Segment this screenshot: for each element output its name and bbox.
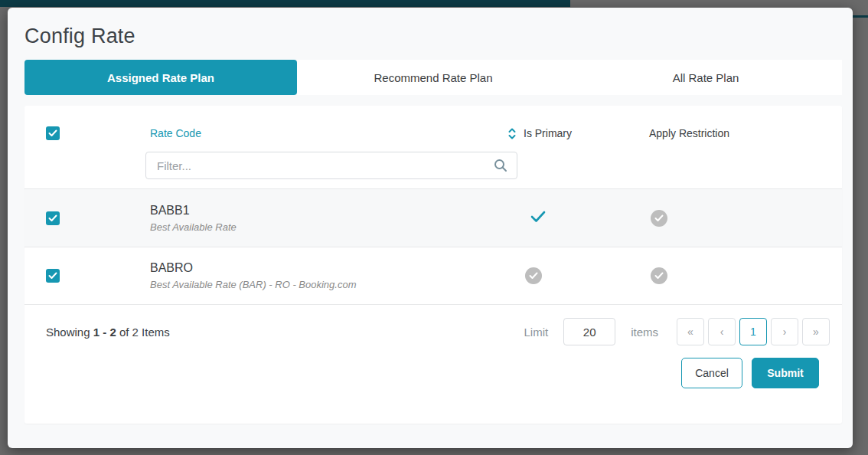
table-row: BABB1 Best Available Rate [24,188,842,247]
tab-all-rate-plan[interactable]: All Rate Plan [569,60,842,95]
limit-label: Limit [524,326,548,339]
row-checkbox[interactable] [46,211,60,225]
search-icon [493,158,508,176]
table-row: BABRO Best Available Rate (BAR) - RO - B… [24,247,842,305]
filter-input[interactable] [145,152,517,179]
column-header-rate-code[interactable]: Rate Code [150,127,201,139]
rate-description: Best Available Rate (BAR) - RO - Booking… [150,279,357,290]
background-page-accent [853,15,868,18]
is-primary-checked-icon[interactable] [530,210,547,224]
cancel-button[interactable]: Cancel [681,358,742,388]
page-title: Config Rate [24,25,853,48]
items-label: items [631,326,658,339]
tab-label: Recommend Rate Plan [374,71,492,84]
check-icon [48,211,57,225]
tab-recommend-rate-plan[interactable]: Recommend Rate Plan [297,60,569,95]
pagination: « ‹ 1 › » [677,318,830,345]
submit-button[interactable]: Submit [752,358,819,388]
select-all-checkbox[interactable] [46,126,60,140]
showing-range: 1 - 2 [93,326,116,339]
rate-description: Best Available Rate [150,221,237,233]
limit-input[interactable] [563,318,615,345]
rate-plan-table: Rate Code Is Primary Apply Restriction [24,106,842,424]
first-page-button[interactable]: « [677,318,704,345]
is-primary-inactive-icon[interactable] [525,267,542,284]
column-header-is-primary: Is Primary [524,127,572,139]
config-rate-modal: Config Rate Assigned Rate Plan Recommend… [8,8,853,448]
row-checkbox[interactable] [46,269,60,283]
sort-icon[interactable] [507,127,517,140]
page-number-button[interactable]: 1 [739,318,767,345]
tab-assigned-rate-plan[interactable]: Assigned Rate Plan [24,60,297,95]
filter-row [24,152,842,179]
check-icon [48,126,57,140]
modal-actions: Cancel Submit [24,358,842,388]
table-footer: Showing 1 - 2 of 2 Items Limit items « ‹… [24,318,842,345]
check-icon [48,269,57,283]
prev-page-button[interactable]: ‹ [708,318,736,345]
last-page-button[interactable]: » [802,318,830,345]
column-header-apply-restriction: Apply Restriction [649,127,729,139]
tab-label: Assigned Rate Plan [107,71,214,84]
rate-code: BABB1 [150,204,190,218]
limit-control: Limit items [524,318,658,345]
apply-restriction-inactive-icon[interactable] [651,210,667,227]
rate-code: BABRO [150,261,193,275]
background-page-header-bar [0,0,570,7]
showing-summary: Showing 1 - 2 of 2 Items [46,326,170,339]
table-header-row: Rate Code Is Primary Apply Restriction [24,124,842,142]
tab-bar: Assigned Rate Plan Recommend Rate Plan A… [24,60,842,95]
next-page-button[interactable]: › [771,318,798,345]
tab-label: All Rate Plan [673,71,739,84]
table-body: BABB1 Best Available Rate [24,188,842,305]
apply-restriction-inactive-icon[interactable] [651,267,667,284]
